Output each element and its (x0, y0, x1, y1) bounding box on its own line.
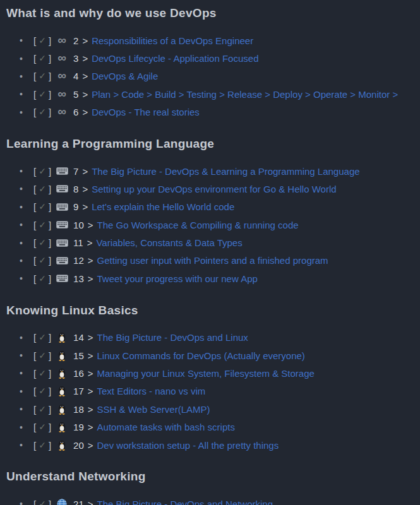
todo-item: •[✓]∞5>Plan > Code > Build > Testing > R… (6, 85, 414, 103)
item-number: 4 (73, 71, 78, 81)
item-link[interactable]: Variables, Constants & Data Types (96, 237, 242, 248)
bracket-close: ] (49, 53, 51, 64)
checkbox: [✓] (33, 440, 51, 451)
todo-item: •[✓]8>Setting up your DevOps environment… (6, 180, 414, 198)
bracket-close: ] (49, 237, 51, 248)
item-link[interactable]: DevOps & Agile (92, 71, 158, 81)
checkbox: [✓] (33, 35, 51, 46)
bullet-marker: • (20, 202, 33, 212)
keyboard-icon (56, 167, 68, 175)
bracket-close: ] (49, 107, 51, 117)
item-number: 17 (73, 386, 84, 396)
check-mark-icon: ✓ (39, 332, 46, 342)
checkbox: [✓] (33, 332, 51, 343)
bracket-open: [ (33, 368, 36, 379)
keyboard-icon (56, 203, 68, 211)
item-link[interactable]: Setting up your DevOps environment for G… (92, 184, 336, 194)
todo-item: •[✓]∞4>DevOps & Agile (6, 68, 414, 85)
todo-item: •[✓]13>Tweet your progress with our new … (6, 270, 414, 287)
bracket-open: [ (33, 350, 36, 361)
bracket-close: ] (49, 166, 51, 177)
checkbox: [✓] (33, 107, 51, 117)
todo-item: •[✓]7>The Big Picture - DevOps & Learnin… (6, 162, 414, 180)
bullet-marker: • (20, 386, 33, 396)
check-mark-icon: ✓ (39, 422, 46, 432)
item-link[interactable]: Responsibilities of a DevOps Engineer (92, 35, 253, 46)
item-number: 14 (73, 332, 84, 343)
checkbox: [✓] (33, 350, 51, 361)
checkbox: [✓] (33, 255, 51, 266)
item-link[interactable]: The Big Picture - DevOps & Learning a Pr… (92, 166, 359, 177)
item-link[interactable]: Text Editors - nano vs vim (97, 386, 206, 396)
bullet-marker: • (20, 238, 33, 248)
item-link[interactable]: The Go Workspace & Compiling & running c… (97, 220, 299, 230)
infinity-icon: ∞ (56, 52, 68, 64)
bracket-close: ] (49, 440, 51, 451)
bracket-open: [ (33, 404, 36, 415)
item-separator: > (82, 89, 88, 100)
keyboard-icon (56, 275, 68, 282)
item-link[interactable]: Getting user input with Pointers and a f… (97, 255, 328, 266)
item-number: 16 (73, 368, 84, 379)
item-number: 10 (73, 220, 84, 230)
item-separator: > (88, 255, 93, 266)
check-mark-icon: ✓ (39, 107, 46, 117)
todo-item: •[✓]19>Automate tasks with bash scripts (6, 418, 414, 436)
item-separator: > (82, 53, 88, 64)
check-mark-icon: ✓ (39, 184, 46, 194)
item-number: 21 (73, 499, 84, 505)
item-link[interactable]: Managing your Linux System, Filesystem &… (97, 368, 315, 379)
section-title: Understand Networking (6, 470, 414, 483)
checkbox: [✓] (33, 220, 51, 230)
todo-list: •[✓]21>The Big Picture - DevOps and Netw… (6, 495, 414, 505)
bullet-marker: • (20, 333, 33, 343)
checkbox: [✓] (33, 368, 51, 379)
item-separator: > (88, 386, 93, 396)
item-link[interactable]: Linux Commands for DevOps (Actually ever… (97, 350, 305, 361)
item-link[interactable]: Let's explain the Hello World code (92, 201, 234, 212)
bracket-close: ] (49, 422, 51, 432)
infinity-icon: ∞ (56, 106, 68, 118)
check-mark-icon: ✓ (39, 53, 46, 63)
item-link[interactable]: Plan > Code > Build > Testing > Release … (92, 89, 398, 100)
bullet-marker: • (20, 35, 33, 45)
bullet-marker: • (20, 440, 33, 450)
penguin-icon (56, 386, 68, 396)
item-number: 7 (73, 166, 78, 177)
penguin-icon (56, 332, 68, 343)
checkbox: [✓] (33, 184, 51, 194)
item-link[interactable]: DevOps Lifecycle - Application Focused (92, 53, 258, 64)
item-link[interactable]: DevOps - The real stories (92, 107, 200, 117)
item-link[interactable]: The Big Picture - DevOps and Networking (97, 499, 273, 505)
checkbox: [✓] (33, 386, 51, 396)
item-number: 19 (73, 422, 84, 432)
checkbox: [✓] (33, 499, 51, 505)
item-separator: > (88, 404, 93, 415)
infinity-icon: ∞ (56, 35, 68, 47)
section-title: What is and why do we use DevOps (6, 7, 414, 20)
bracket-open: [ (33, 332, 36, 343)
check-mark-icon: ✓ (39, 220, 46, 230)
item-separator: > (82, 184, 88, 194)
item-link[interactable]: Automate tasks with bash scripts (97, 422, 235, 432)
bracket-close: ] (49, 273, 51, 284)
check-mark-icon: ✓ (39, 166, 46, 176)
bullet-marker: • (20, 256, 33, 266)
check-mark-icon: ✓ (39, 440, 46, 450)
check-mark-icon: ✓ (39, 89, 46, 99)
check-mark-icon: ✓ (39, 71, 46, 81)
item-link[interactable]: The Big Picture - DevOps and Linux (97, 332, 248, 343)
bracket-close: ] (49, 71, 51, 81)
check-mark-icon: ✓ (39, 386, 46, 396)
item-link[interactable]: Tweet your progress with our new App (97, 273, 258, 284)
bracket-close: ] (49, 220, 51, 230)
bracket-open: [ (33, 53, 36, 64)
keyboard-icon (56, 239, 68, 247)
item-link[interactable]: Dev workstation setup - All the pretty t… (97, 440, 279, 451)
todo-item: •[✓]12>Getting user input with Pointers … (6, 252, 414, 270)
check-mark-icon: ✓ (39, 273, 46, 283)
checkbox: [✓] (33, 237, 51, 248)
item-link[interactable]: SSH & Web Server(LAMP) (97, 404, 210, 415)
item-separator: > (88, 440, 93, 451)
item-number: 20 (73, 440, 84, 451)
